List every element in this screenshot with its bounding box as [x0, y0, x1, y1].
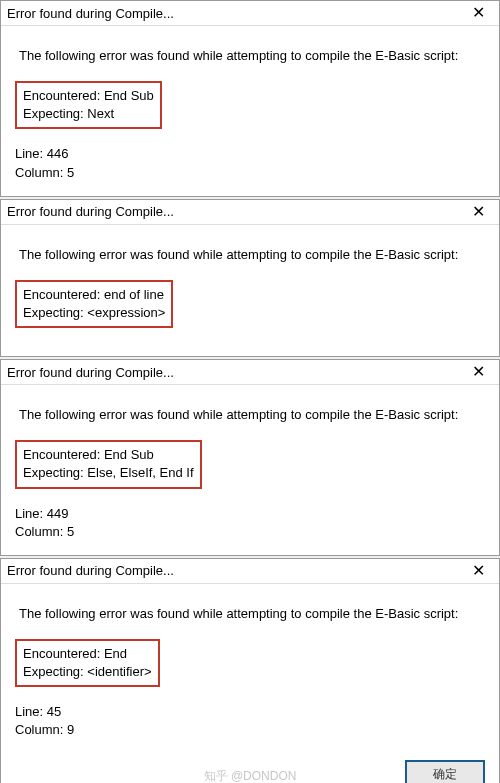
error-dialog: Error found during Compile...✕The follow… [0, 558, 500, 783]
dialog-body: The following error was found while atte… [1, 26, 499, 196]
error-detail-box: Encountered: End SubExpecting: Else, Els… [15, 440, 202, 488]
error-dialog: Error found during Compile...✕The follow… [0, 0, 500, 197]
close-icon[interactable]: ✕ [466, 204, 491, 220]
encountered-label: Encountered: [23, 646, 104, 661]
error-dialog: Error found during Compile...✕The follow… [0, 359, 500, 556]
line-number: Line: 449 [15, 505, 485, 523]
expecting-value: Next [87, 106, 114, 121]
error-location: Line: 449Column: 5 [15, 505, 485, 541]
encountered-label: Encountered: [23, 287, 104, 302]
error-detail-box: Encountered: End SubExpecting: Next [15, 81, 162, 129]
ok-button[interactable]: 确定 [405, 760, 485, 783]
expecting-label: Expecting: [23, 106, 87, 121]
expecting-value: <expression> [87, 305, 165, 320]
dialog-title: Error found during Compile... [7, 6, 174, 21]
encountered-value: End Sub [104, 447, 154, 462]
dialog-footer: 确定 [1, 754, 499, 783]
error-detail-box: Encountered: EndExpecting: <identifier> [15, 639, 160, 687]
expecting-line: Expecting: Next [23, 105, 154, 123]
dialog-body: The following error was found while atte… [1, 225, 499, 356]
titlebar: Error found during Compile...✕ [1, 559, 499, 584]
line-number: Line: 45 [15, 703, 485, 721]
line-number: Line: 446 [15, 145, 485, 163]
error-location: Line: 45Column: 9 [15, 703, 485, 739]
error-intro: The following error was found while atte… [19, 48, 485, 63]
encountered-line: Encountered: end of line [23, 286, 165, 304]
encountered-label: Encountered: [23, 88, 104, 103]
titlebar: Error found during Compile...✕ [1, 1, 499, 26]
expecting-label: Expecting: [23, 664, 87, 679]
dialog-title: Error found during Compile... [7, 563, 174, 578]
encountered-line: Encountered: End [23, 645, 152, 663]
expecting-label: Expecting: [23, 305, 87, 320]
error-detail-box: Encountered: end of lineExpecting: <expr… [15, 280, 173, 328]
error-intro: The following error was found while atte… [19, 606, 485, 621]
error-intro: The following error was found while atte… [19, 407, 485, 422]
encountered-value: End [104, 646, 127, 661]
expecting-value: Else, ElseIf, End If [87, 465, 193, 480]
titlebar: Error found during Compile...✕ [1, 360, 499, 385]
error-intro: The following error was found while atte… [19, 247, 485, 262]
close-icon[interactable]: ✕ [466, 563, 491, 579]
expecting-value: <identifier> [87, 664, 151, 679]
error-dialog: Error found during Compile...✕The follow… [0, 199, 500, 357]
expecting-line: Expecting: Else, ElseIf, End If [23, 464, 194, 482]
encountered-line: Encountered: End Sub [23, 446, 194, 464]
dialog-body: The following error was found while atte… [1, 385, 499, 555]
expecting-line: Expecting: <expression> [23, 304, 165, 322]
encountered-value: End Sub [104, 88, 154, 103]
dialog-title: Error found during Compile... [7, 365, 174, 380]
expecting-label: Expecting: [23, 465, 87, 480]
encountered-value: end of line [104, 287, 164, 302]
column-number: Column: 5 [15, 523, 485, 541]
dialog-title: Error found during Compile... [7, 204, 174, 219]
close-icon[interactable]: ✕ [466, 364, 491, 380]
dialog-body: The following error was found while atte… [1, 584, 499, 754]
titlebar: Error found during Compile...✕ [1, 200, 499, 225]
close-icon[interactable]: ✕ [466, 5, 491, 21]
column-number: Column: 9 [15, 721, 485, 739]
expecting-line: Expecting: <identifier> [23, 663, 152, 681]
column-number: Column: 5 [15, 164, 485, 182]
encountered-line: Encountered: End Sub [23, 87, 154, 105]
error-location: Line: 446Column: 5 [15, 145, 485, 181]
encountered-label: Encountered: [23, 447, 104, 462]
